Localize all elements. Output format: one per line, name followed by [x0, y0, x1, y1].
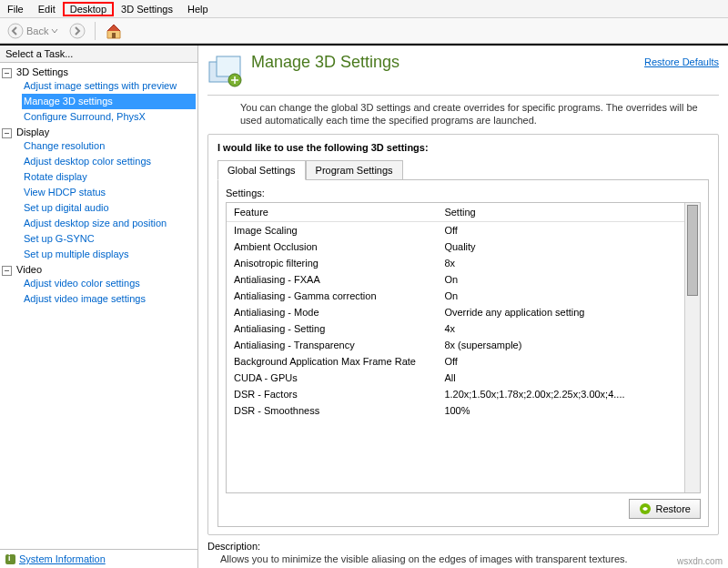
sidebar: Select a Task... – 3D Settings Adjust im…: [0, 46, 198, 568]
feature-cell: Antialiasing - Transparency: [227, 337, 437, 353]
system-information-link[interactable]: System Information: [19, 553, 106, 564]
restore-defaults-link[interactable]: Restore Defaults: [644, 56, 719, 67]
tree-adjust-desktop-color[interactable]: Adjust desktop color settings: [22, 154, 196, 169]
setting-cell: All: [437, 370, 684, 386]
setting-cell: 8x: [437, 255, 684, 271]
svg-rect-2: [112, 33, 116, 38]
task-header: Select a Task...: [0, 46, 197, 63]
table-scrollbar[interactable]: [684, 203, 700, 492]
feature-cell: Antialiasing - Gamma correction: [227, 288, 437, 304]
tree-desktop-size-position[interactable]: Adjust desktop size and position: [22, 216, 196, 231]
setting-cell: 8x (supersample): [437, 337, 684, 353]
feature-cell: CUDA - GPUs: [227, 370, 437, 386]
table-row[interactable]: Antialiasing - Setting4x: [227, 320, 684, 337]
feature-cell: Background Application Max Frame Rate: [227, 353, 437, 370]
panel-title: I would like to use the following 3D set…: [217, 142, 709, 153]
menu-help[interactable]: Help: [180, 2, 216, 16]
tree-cat-display[interactable]: Display: [16, 127, 49, 137]
feature-cell: Anisotropic filtering: [227, 255, 437, 271]
back-label: Back: [26, 25, 48, 36]
menu-edit[interactable]: Edit: [31, 2, 63, 16]
main-panel: Manage 3D Settings Restore Defaults You …: [198, 46, 728, 568]
tree-toggle-3d[interactable]: –: [2, 68, 12, 78]
settings-table: Feature Setting Image ScalingOffAmbient …: [227, 203, 684, 419]
setting-cell: Off: [437, 222, 684, 239]
tab-program-settings[interactable]: Program Settings: [306, 160, 403, 180]
tree-cat-3d[interactable]: 3D Settings: [16, 66, 68, 77]
table-row[interactable]: Antialiasing - ModeOverride any applicat…: [227, 304, 684, 320]
tree-view-hdcp[interactable]: View HDCP status: [22, 185, 196, 200]
description-section: Description: Allows you to minimize the …: [207, 541, 719, 564]
home-icon: [105, 22, 123, 40]
home-button[interactable]: [101, 20, 126, 42]
tab-strip: Global Settings Program Settings: [217, 160, 709, 180]
footer-credit: wsxdn.com: [677, 556, 723, 566]
description-label: Description:: [207, 541, 719, 552]
setting-cell: On: [437, 271, 684, 288]
setting-cell: On: [437, 288, 684, 304]
nvidia-logo-icon: [639, 502, 652, 515]
tree-toggle-video[interactable]: –: [2, 266, 12, 276]
tab-global-settings[interactable]: Global Settings: [217, 160, 306, 180]
tree-adjust-image-preview[interactable]: Adjust image settings with preview: [22, 78, 196, 94]
settings-panel: I would like to use the following 3D set…: [207, 134, 719, 535]
setting-cell: 1.20x;1.50x;1.78x;2.00x;2.25x;3.00x;4...…: [437, 386, 684, 402]
table-row[interactable]: Image ScalingOff: [227, 222, 684, 239]
feature-cell: Image Scaling: [227, 222, 437, 239]
chevron-down-icon: [51, 27, 58, 35]
menu-bar: File Edit Desktop 3D Settings Help: [0, 0, 728, 18]
intro-text: You can change the global 3D settings an…: [240, 101, 719, 127]
tree-video-image[interactable]: Adjust video image settings: [22, 291, 196, 307]
tree-cat-video[interactable]: Video: [16, 264, 42, 275]
scrollbar-thumb[interactable]: [687, 205, 698, 296]
page-title: Manage 3D Settings: [251, 53, 637, 72]
back-button[interactable]: Back: [4, 21, 62, 41]
tree-gsync[interactable]: Set up G-SYNC: [22, 231, 196, 247]
setting-cell: 100%: [437, 402, 684, 419]
settings-label: Settings:: [226, 188, 701, 198]
forward-button[interactable]: [66, 21, 89, 41]
feature-cell: Ambient Occlusion: [227, 238, 437, 255]
restore-button[interactable]: Restore: [629, 499, 701, 519]
col-feature: Feature: [227, 203, 437, 222]
info-icon: [5, 554, 15, 564]
task-tree: – 3D Settings Adjust image settings with…: [0, 63, 197, 549]
menu-3d-settings[interactable]: 3D Settings: [114, 2, 180, 16]
back-arrow-icon: [7, 23, 24, 39]
tree-multiple-displays[interactable]: Set up multiple displays: [22, 247, 196, 262]
forward-arrow-icon: [69, 23, 86, 39]
description-text: Allows you to minimize the visible alias…: [220, 553, 719, 564]
tree-rotate-display[interactable]: Rotate display: [22, 169, 196, 185]
tree-change-resolution[interactable]: Change resolution: [22, 138, 196, 154]
tab-body: Settings: Feature Setting Image ScalingO…: [217, 179, 709, 527]
toolbar: Back: [0, 18, 728, 44]
table-row[interactable]: DSR - Factors1.20x;1.50x;1.78x;2.00x;2.2…: [227, 386, 684, 402]
settings-3d-icon: [207, 53, 244, 89]
menu-desktop[interactable]: Desktop: [63, 2, 114, 16]
setting-cell: Override any application setting: [437, 304, 684, 320]
restore-button-label: Restore: [655, 503, 691, 514]
tree-digital-audio[interactable]: Set up digital audio: [22, 200, 196, 216]
table-row[interactable]: DSR - Smoothness100%: [227, 402, 684, 419]
table-row[interactable]: Antialiasing - Gamma correctionOn: [227, 288, 684, 304]
table-row[interactable]: Antialiasing - Transparency8x (supersamp…: [227, 337, 684, 353]
table-row[interactable]: Anisotropic filtering8x: [227, 255, 684, 271]
tree-toggle-display[interactable]: –: [2, 128, 12, 138]
svg-point-1: [70, 24, 85, 38]
svg-point-0: [8, 24, 23, 38]
table-row[interactable]: Ambient OcclusionQuality: [227, 238, 684, 255]
settings-table-wrap: Feature Setting Image ScalingOffAmbient …: [226, 202, 701, 493]
tree-configure-surround[interactable]: Configure Surround, PhysX: [22, 109, 196, 125]
svg-rect-4: [217, 56, 240, 76]
feature-cell: Antialiasing - Setting: [227, 320, 437, 337]
table-row[interactable]: Antialiasing - FXAAOn: [227, 271, 684, 288]
feature-cell: DSR - Smoothness: [227, 402, 437, 419]
tree-video-color[interactable]: Adjust video color settings: [22, 276, 196, 291]
system-info-bar: System Information: [0, 549, 197, 568]
tree-manage-3d-settings[interactable]: Manage 3D settings: [22, 94, 196, 109]
toolbar-separator: [95, 22, 96, 40]
table-row[interactable]: Background Application Max Frame RateOff: [227, 353, 684, 370]
menu-file[interactable]: File: [0, 2, 31, 16]
table-row[interactable]: CUDA - GPUsAll: [227, 370, 684, 386]
setting-cell: 4x: [437, 320, 684, 337]
